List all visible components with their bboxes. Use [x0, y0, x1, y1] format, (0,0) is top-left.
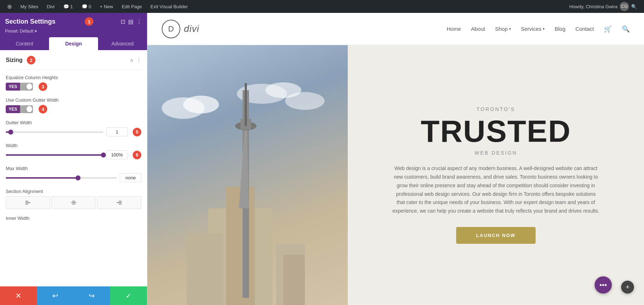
toggle-thumb — [26, 83, 32, 90]
gutter-slider-row: 1 5 — [6, 127, 141, 136]
hero-image-col — [147, 45, 348, 305]
panel-actions: ✕ ↩ ↪ ✓ — [0, 286, 147, 305]
comment-count: 1 — [70, 4, 73, 9]
hero-section: TORONTO'S TRUSTED WEB DESIGN Web design … — [147, 45, 644, 305]
width-slider-fill — [6, 154, 103, 156]
new-menu[interactable]: + New — [96, 0, 117, 13]
alignment-field: Section Alignment — [6, 189, 141, 209]
hero-body-text: Web design is a crucial aspect of any mo… — [392, 164, 600, 216]
gutter-custom-toggle[interactable]: YES — [6, 105, 33, 113]
max-width-slider-thumb[interactable] — [75, 175, 80, 180]
equalize-toggle[interactable]: YES — [6, 83, 33, 91]
website-preview: D divi Home About Shop ▾ Services ▾ — [147, 13, 644, 305]
cart-icon[interactable]: 🛒 — [604, 25, 612, 33]
nav-services[interactable]: Services ▾ — [521, 26, 545, 32]
divi-menu[interactable]: Divi — [43, 0, 58, 13]
comment-icon: 💬 — [63, 4, 69, 9]
comments-menu[interactable]: 💬 1 — [60, 0, 77, 13]
new-label: + New — [100, 4, 113, 9]
divi-label: Divi — [47, 4, 55, 9]
search-admin-icon[interactable]: 🔍 — [631, 4, 637, 9]
width-label: Width — [6, 143, 141, 148]
svg-point-14 — [285, 92, 325, 110]
columns-icon[interactable]: ▤ — [128, 18, 133, 25]
hero-big-text: TRUSTED — [421, 116, 571, 146]
collapse-icon[interactable]: ∧ — [130, 57, 133, 63]
tab-advanced[interactable]: Advanced — [98, 37, 147, 50]
preset-label[interactable]: Preset: Default ▾ — [5, 29, 37, 34]
divider — [6, 69, 141, 70]
tab-content[interactable]: Content — [0, 37, 49, 50]
gutter-value[interactable]: 1 — [106, 127, 128, 136]
align-right-icon — [116, 200, 122, 205]
wp-logo[interactable]: ⊕ — [4, 0, 15, 13]
max-width-value[interactable]: none — [120, 173, 141, 182]
align-center-btn[interactable] — [52, 196, 96, 209]
my-sites-menu[interactable]: My Sites — [17, 0, 42, 13]
divi-options-button[interactable]: ••• — [595, 276, 612, 294]
toggle-yes-label2: YES — [6, 105, 20, 113]
inner-width-label: Inner Width — [6, 216, 141, 221]
alignment-label: Section Alignment — [6, 189, 141, 194]
expand-icon[interactable]: ⊡ — [121, 18, 125, 25]
more-icon[interactable]: ⋮ — [136, 18, 142, 25]
plus-icon: + — [626, 284, 630, 291]
logo-d: D — [168, 24, 174, 34]
sizing-label-left: Sizing 2 — [6, 56, 35, 64]
gutter-slider-thumb[interactable] — [8, 130, 13, 135]
panel-header: Section Settings 1 ⊡ ▤ ⋮ Preset: Default… — [0, 13, 147, 37]
step-badge-5: 5 — [133, 128, 141, 136]
toggle-track2 — [20, 105, 33, 113]
width-slider-thumb[interactable] — [101, 152, 106, 158]
search-nav-icon[interactable]: 🔍 — [622, 25, 630, 33]
more-sizing-icon[interactable]: ⋮ — [136, 57, 141, 63]
preset-row: Preset: Default ▾ — [5, 29, 142, 37]
align-left-icon — [25, 200, 31, 205]
logo-circle: D — [162, 20, 180, 38]
toggle-thumb2 — [26, 106, 32, 112]
undo-button[interactable]: ↩ — [37, 286, 74, 305]
gutter-custom-label: Use Custom Gutter Width — [6, 97, 141, 103]
save-button[interactable]: ✓ — [110, 286, 147, 305]
cancel-button[interactable]: ✕ — [0, 286, 37, 305]
max-width-slider-track[interactable] — [6, 177, 117, 179]
width-field: Width 100% 6 — [6, 143, 141, 159]
nav-contact[interactable]: Contact — [575, 26, 594, 32]
width-value[interactable]: 100% — [106, 150, 128, 159]
add-section-button[interactable]: + — [621, 281, 634, 294]
redo-button[interactable]: ↪ — [74, 286, 111, 305]
width-slider-row: 100% 6 — [6, 150, 141, 159]
exit-builder-btn[interactable]: Exit Visual Builder — [147, 0, 192, 13]
max-width-slider-fill — [6, 177, 78, 179]
panel-tabs: Content Design Advanced — [0, 37, 147, 50]
width-slider-track[interactable] — [6, 154, 103, 156]
toggle-yes-label: YES — [6, 83, 20, 91]
my-sites-label: My Sites — [20, 4, 38, 9]
avatar: CG — [620, 2, 629, 11]
nav-shop[interactable]: Shop ▾ — [495, 26, 511, 32]
exit-builder-label: Exit Visual Builder — [151, 4, 188, 9]
services-chevron: ▾ — [543, 27, 545, 31]
nav-home[interactable]: Home — [447, 26, 461, 32]
cn-tower-svg — [155, 72, 341, 305]
align-center-icon — [71, 200, 77, 205]
tab-design[interactable]: Design — [49, 37, 98, 50]
nav-about[interactable]: About — [471, 26, 485, 32]
cancel-icon: ✕ — [15, 291, 21, 300]
chat-menu[interactable]: 💭 0 — [78, 0, 95, 13]
nav-blog[interactable]: Blog — [555, 26, 565, 32]
step-badge-2: 2 — [27, 56, 35, 64]
dots-icon: ••• — [599, 281, 607, 289]
user-menu[interactable]: Howdy, Christina Gwira CG 🔍 — [566, 0, 640, 13]
gutter-slider-track[interactable] — [6, 131, 103, 133]
hero-sub-text: WEB DESIGN — [474, 150, 517, 156]
align-left-btn[interactable] — [6, 196, 50, 209]
step-badge-4: 4 — [39, 105, 47, 113]
launch-now-button[interactable]: LAUNCH NOW — [456, 227, 536, 244]
edit-page-btn[interactable]: Edit Page — [118, 0, 145, 13]
align-right-btn[interactable] — [97, 196, 141, 209]
section-settings-panel: Section Settings 1 ⊡ ▤ ⋮ Preset: Default… — [0, 13, 147, 305]
hero-image-bg — [147, 45, 348, 305]
wp-admin-bar: ⊕ My Sites Divi 💬 1 💭 0 + New Edit Page … — [0, 0, 644, 13]
sizing-icons: ∧ ⋮ — [130, 57, 141, 63]
